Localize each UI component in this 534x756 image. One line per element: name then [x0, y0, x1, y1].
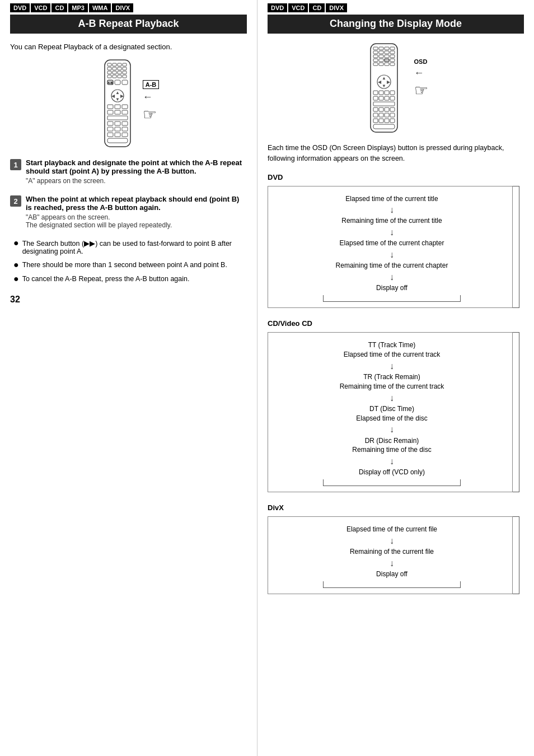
dvd-flow-text-3: Remaining time of the current chapter — [336, 261, 448, 270]
divx-heading: DivX — [268, 503, 524, 512]
left-tags-row: DVD VCD CD MP3 WMA DIVX — [10, 0, 247, 15]
svg-rect-69 — [373, 91, 378, 95]
dvd-heading: DVD — [268, 173, 524, 181]
svg-rect-56 — [373, 59, 378, 62]
cdvcd-flow-text-2: DT (Disc Time) Elapsed time of the disc — [356, 404, 427, 423]
dvd-flow-text-0: Elapsed time of the current title — [345, 194, 438, 204]
dvd-arrow-2: ↓ — [390, 249, 394, 260]
svg-rect-70 — [379, 91, 383, 95]
right-tags-row: DVD VCD CD DIVX — [268, 0, 524, 15]
step-1: 1 Start playback and designate the point… — [10, 158, 247, 185]
bullet-dot-3: ● — [13, 274, 19, 283]
step-1-number: 1 — [10, 159, 21, 170]
svg-rect-26 — [107, 105, 113, 109]
dvd-arrow-3: ↓ — [390, 272, 394, 282]
divx-arrow-1: ↓ — [390, 558, 394, 568]
svg-rect-4 — [123, 63, 127, 66]
svg-rect-34 — [115, 122, 120, 125]
svg-rect-6 — [113, 67, 116, 70]
bullet-2: ● There should be more than 1 second bet… — [13, 261, 247, 269]
cdvcd-flow-text-1: TR (Track Remain) Remaining time of the … — [340, 372, 444, 391]
svg-rect-55 — [390, 55, 395, 58]
cdvcd-flow-text-0: TT (Track Time) Elapsed time of the curr… — [344, 340, 441, 360]
divx-flow-text-1: Remaining of the current file — [350, 547, 434, 557]
svg-rect-47 — [390, 47, 395, 50]
tag-wma: WMA — [89, 3, 111, 12]
svg-rect-48 — [373, 51, 378, 54]
cdvcd-loop-bottom — [323, 479, 461, 486]
svg-rect-72 — [390, 91, 395, 95]
divx-flow-box: Elapsed time of the current file ↓ Remai… — [268, 516, 513, 594]
divx-flow-item-2: Display off — [376, 570, 407, 579]
cdvcd-arrow-2: ↓ — [390, 424, 394, 435]
svg-text:◀: ◀ — [111, 94, 115, 99]
svg-rect-59 — [390, 59, 395, 62]
dvd-flow-box: Elapsed time of the current title ↓ Rema… — [268, 186, 513, 309]
svg-rect-60 — [373, 63, 378, 66]
intro-text: You can Repeat Playback of a designated … — [10, 43, 247, 51]
svg-rect-40 — [115, 133, 120, 137]
svg-rect-46 — [385, 47, 389, 50]
cdvcd-flow-text-4: Display off (VCD only) — [359, 468, 425, 477]
bullet-1: ● The Search button (▶▶) can be used to … — [13, 239, 247, 255]
cdvcd-flow-item-2: DT (Disc Time) Elapsed time of the disc … — [356, 404, 427, 436]
svg-rect-77 — [373, 102, 395, 106]
svg-rect-76 — [390, 96, 395, 100]
svg-rect-42 — [107, 138, 128, 143]
divx-flow-diagram: Elapsed time of the current file ↓ Remai… — [268, 516, 524, 594]
step-2: 2 When the point at which repeat playbac… — [10, 195, 247, 229]
bullet-list: ● The Search button (▶▶) can be used to … — [13, 239, 247, 283]
dvd-bracket — [513, 186, 524, 309]
step-2-content: When the point at which repeat playback … — [26, 195, 247, 229]
svg-rect-57 — [379, 59, 383, 62]
page-number: 32 — [10, 295, 247, 305]
remote-svg: ▲ ▼ ◀ ▶ A-B — [98, 59, 137, 148]
svg-rect-16 — [123, 75, 127, 78]
tag-vcd: VCD — [31, 3, 50, 12]
cdvcd-flow-item-0: TT (Track Time) Elapsed time of the curr… — [344, 340, 441, 372]
svg-rect-63 — [390, 63, 395, 66]
dvd-flow-text-2: Elapsed time of the current chapter — [340, 239, 444, 248]
right-tag-dvd: DVD — [268, 3, 287, 12]
tag-cd: CD — [51, 3, 67, 12]
svg-rect-45 — [379, 47, 383, 50]
svg-text:▶: ▶ — [120, 94, 124, 99]
dvd-bracket-bottom — [513, 247, 519, 308]
svg-rect-71 — [385, 91, 389, 95]
svg-text:▼: ▼ — [115, 97, 120, 102]
svg-rect-25 — [122, 80, 128, 85]
svg-text:▶: ▶ — [387, 80, 391, 85]
svg-rect-89 — [390, 119, 395, 123]
dvd-arrow-1: ↓ — [390, 227, 394, 237]
svg-rect-7 — [118, 67, 121, 70]
cdvcd-flow-item-4: Display off (VCD only) — [359, 468, 425, 477]
dvd-bracket-top — [513, 186, 519, 247]
svg-rect-9 — [107, 71, 111, 74]
divx-flow-item-0: Elapsed time of the current file ↓ — [346, 525, 437, 547]
svg-text:▲: ▲ — [382, 76, 386, 81]
left-column: DVD VCD CD MP3 WMA DIVX A-B Repeat Playb… — [0, 0, 257, 756]
step-2-number: 2 — [10, 195, 21, 207]
svg-rect-31 — [122, 110, 128, 114]
dvd-flow-text-1: Remaining time of the current title — [341, 216, 442, 226]
cdvcd-flow-text-3: DR (Disc Remain) Remaining time of the d… — [352, 436, 431, 455]
right-tag-vcd: VCD — [288, 3, 308, 12]
dvd-flow-item-3: Remaining time of the current chapter ↓ — [336, 261, 448, 283]
svg-rect-3 — [118, 63, 121, 66]
svg-rect-32 — [107, 116, 128, 120]
svg-rect-75 — [385, 96, 389, 100]
svg-rect-39 — [107, 133, 113, 137]
step-2-sub1: "AB" appears on the screen. — [26, 213, 247, 221]
svg-text:A-B: A-B — [107, 81, 113, 85]
bullet-dot-2: ● — [13, 260, 19, 269]
cdvcd-flow-item-1: TR (Track Remain) Remaining time of the … — [340, 372, 444, 404]
svg-rect-54 — [385, 55, 389, 58]
cdvcd-bracket — [513, 332, 524, 492]
svg-rect-52 — [373, 55, 378, 58]
divx-bracket — [513, 516, 524, 594]
divx-bracket-bottom — [513, 556, 519, 594]
svg-rect-44 — [373, 47, 378, 50]
bullet-text-1: The Search button (▶▶) can be used to fa… — [22, 239, 247, 255]
osd-image-area: ▲ ▼ ◀ ▶ — [268, 43, 524, 135]
dvd-arrow-0: ↓ — [390, 204, 394, 215]
